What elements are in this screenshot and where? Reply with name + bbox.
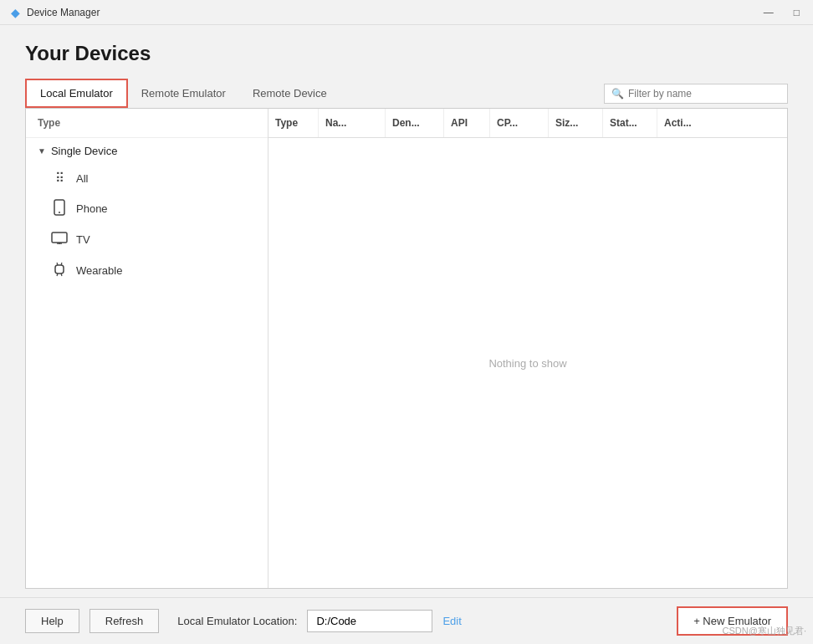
col-size-header: Siz... [549,109,603,137]
titlebar-title: Device Manager [27,7,100,18]
titlebar-controls: — □ [759,5,805,20]
empty-message: Nothing to show [488,357,566,370]
col-density-header: Den... [386,109,444,137]
sidebar-item-wearable[interactable]: Wearable [26,254,268,287]
content-panel: Type ▼ Single Device ⠿ All Phone [25,108,788,589]
sidebar-item-all[interactable]: ⠿ All [26,164,268,192]
sidebar-item-phone[interactable]: Phone [26,192,268,225]
svg-rect-5 [55,265,64,273]
titlebar: ◆ Device Manager — □ [0,0,813,25]
filter-input[interactable] [628,88,780,100]
col-status-header: Stat... [603,109,657,137]
help-button[interactable]: Help [25,609,79,633]
expand-icon: ▼ [38,146,46,156]
tab-local-emulator[interactable]: Local Emulator [25,79,128,108]
location-input[interactable] [307,610,432,632]
all-icon: ⠿ [51,171,68,186]
location-label: Local Emulator Location: [177,615,297,627]
edit-link[interactable]: Edit [442,615,461,627]
sidebar-item-phone-label: Phone [76,202,108,215]
col-name-header: Na... [319,109,386,137]
sidebar-section-single-device[interactable]: ▼ Single Device [26,138,268,164]
table-area: Type Na... Den... API CP... Siz... Stat.… [268,109,787,588]
tabs-row: Local Emulator Remote Emulator Remote De… [25,79,788,108]
watermark: CSDN@寒山独见君· [723,625,806,637]
table-header: Type Na... Den... API CP... Siz... Stat.… [268,109,787,138]
sidebar: Type ▼ Single Device ⠿ All Phone [26,109,268,588]
search-icon: 🔍 [611,88,624,100]
page-title: Your Devices [25,42,788,65]
sidebar-section-label: Single Device [51,145,118,157]
col-cpu-header: CP... [490,109,549,137]
sidebar-type-header: Type [26,109,268,138]
bottom-bar: Help Refresh Local Emulator Location: Ed… [0,597,813,644]
wearable-icon [51,261,68,280]
tv-icon [51,232,68,248]
phone-icon [51,199,68,218]
col-action-header: Acti... [657,109,716,137]
tab-remote-device[interactable]: Remote Device [239,79,340,108]
sidebar-item-all-label: All [76,172,88,185]
tabs-left: Local Emulator Remote Emulator Remote De… [25,79,340,108]
svg-rect-2 [52,233,67,243]
app-icon: ◆ [8,6,22,19]
col-api-header: API [444,109,490,137]
maximize-button[interactable]: □ [789,5,805,20]
sidebar-item-tv-label: TV [76,233,90,246]
sidebar-item-tv[interactable]: TV [26,225,268,254]
titlebar-left: ◆ Device Manager [8,6,100,19]
filter-wrapper: 🔍 [604,84,788,104]
tab-remote-emulator[interactable]: Remote Emulator [128,79,239,108]
sidebar-item-wearable-label: Wearable [76,264,122,277]
main-container: Your Devices Local Emulator Remote Emula… [0,25,813,597]
table-body: Nothing to show [268,138,787,588]
refresh-button[interactable]: Refresh [89,609,160,633]
col-type-header: Type [268,109,319,137]
minimize-button[interactable]: — [759,5,779,20]
svg-point-1 [59,212,60,213]
